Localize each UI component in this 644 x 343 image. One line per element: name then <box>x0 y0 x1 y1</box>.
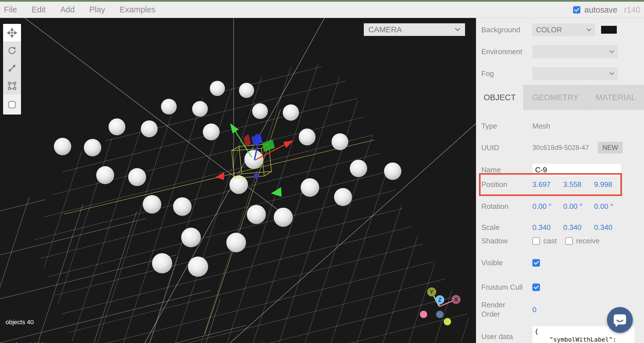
viewport-canvas[interactable]: YXZ <box>0 18 476 343</box>
chat-bubble-icon <box>613 313 627 327</box>
chevron-down-icon <box>609 72 614 75</box>
menu-examples[interactable]: Examples <box>120 5 155 14</box>
rotation-label: Rotation <box>481 202 509 211</box>
stats-vertices: vertices 9,248 <box>6 341 57 343</box>
position-row-highlight: Position 3.697 3.558 9.998 <box>479 173 622 196</box>
background-select-value: COLOR <box>536 26 562 34</box>
menu-play[interactable]: Play <box>89 5 105 14</box>
render-stats: objects 40 vertices 9,248 triangles 15,3… <box>6 303 57 343</box>
threejs-editor: File Edit Add Play Examples autosave r14… <box>0 0 644 343</box>
fog-label: Fog <box>481 69 494 78</box>
position-label: Position <box>481 180 507 189</box>
box-select-icon <box>7 81 17 91</box>
background-label: Background <box>481 26 520 34</box>
shadow-cast-checkbox[interactable] <box>532 237 540 245</box>
chevron-down-icon <box>455 28 461 31</box>
svg-text:X: X <box>454 296 458 303</box>
stats-objects: objects 40 <box>6 318 57 326</box>
sidebar-properties: Background COLOR Environment Fog <box>476 18 644 343</box>
environment-label: Environment <box>481 47 522 56</box>
viewport: YXZ <box>0 18 476 343</box>
frustum-cull-checkbox[interactable] <box>532 283 540 291</box>
render-order-field[interactable]: 0 <box>532 305 536 314</box>
shadow-receive-label: receive <box>576 237 600 245</box>
chevron-down-icon <box>586 28 592 31</box>
camera-select-value: CAMERA <box>368 25 402 34</box>
translate-tool-button[interactable] <box>3 24 21 42</box>
position-y-field[interactable]: 3.558 <box>563 180 591 189</box>
svg-text:Z: Z <box>438 297 441 303</box>
fog-select[interactable] <box>532 67 618 80</box>
revision-label: r140 <box>624 5 640 15</box>
position-x-field[interactable]: 3.697 <box>532 180 560 189</box>
position-z-field[interactable]: 9.998 <box>594 180 622 189</box>
translate-icon <box>7 28 17 38</box>
shadow-label: Shadow <box>481 237 508 245</box>
scale-x-field[interactable]: 0.340 <box>532 223 560 232</box>
background-type-select[interactable]: COLOR <box>532 23 595 36</box>
environment-select[interactable] <box>532 45 618 58</box>
tab-geometry[interactable]: GEOMETRY <box>523 85 587 110</box>
tab-object[interactable]: OBJECT <box>476 85 523 110</box>
checkbox-outline-icon <box>7 100 17 109</box>
scale-tool-button[interactable] <box>3 59 21 77</box>
menubar: File Edit Add Play Examples autosave r14… <box>0 2 644 18</box>
uuid-value: 30c618d9-5028-47 <box>532 144 597 152</box>
background-color-swatch[interactable] <box>601 26 617 34</box>
transform-toolbar <box>3 24 21 115</box>
frustum-cull-label: Frustum Cull <box>481 283 523 292</box>
camera-select[interactable]: CAMERA <box>364 23 465 36</box>
chat-launcher-button[interactable] <box>607 307 633 333</box>
visible-checkbox[interactable] <box>532 259 540 267</box>
render-order-label: Render Order <box>481 300 515 319</box>
menu-edit[interactable]: Edit <box>32 5 46 14</box>
menu-add[interactable]: Add <box>60 5 75 14</box>
autosave-checkbox[interactable] <box>573 6 580 13</box>
uuid-new-button[interactable]: NEW <box>598 142 623 154</box>
autosave-label: autosave <box>584 5 617 15</box>
scale-label: Scale <box>481 223 500 232</box>
type-label: Type <box>481 122 497 131</box>
svg-text:Y: Y <box>430 289 434 295</box>
shadow-receive-checkbox[interactable] <box>565 237 573 245</box>
uuid-label: UUID <box>481 143 499 152</box>
box-select-tool-button[interactable] <box>3 77 21 95</box>
menu-file[interactable]: File <box>4 5 17 14</box>
rotate-icon <box>7 46 17 55</box>
tab-material[interactable]: MATERIAL <box>587 85 644 110</box>
scale-y-field[interactable]: 0.340 <box>563 223 591 232</box>
rotate-tool-button[interactable] <box>3 42 21 59</box>
rotation-z-field[interactable]: 0.00 ° <box>594 202 622 211</box>
scale-z-field[interactable]: 0.340 <box>594 223 622 232</box>
type-value: Mesh <box>532 122 588 131</box>
properties-tabbar: OBJECT GEOMETRY MATERIAL <box>476 85 644 110</box>
rotation-y-field[interactable]: 0.00 ° <box>563 202 591 211</box>
user-data-label: User data <box>481 332 513 341</box>
rotation-x-field[interactable]: 0.00 ° <box>532 202 560 211</box>
chevron-down-icon <box>609 50 614 53</box>
shadow-cast-label: cast <box>543 237 557 245</box>
local-space-toggle[interactable] <box>3 95 21 115</box>
scale-icon <box>7 63 17 73</box>
visible-label: Visible <box>481 259 503 267</box>
